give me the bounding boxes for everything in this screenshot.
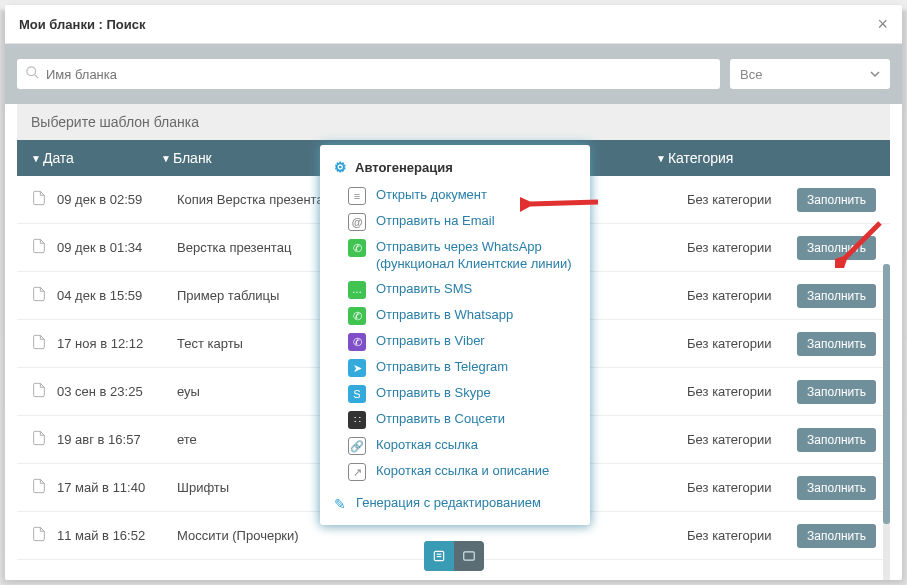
annotation-arrow-1 [520,190,600,220]
sms-icon: … [348,281,366,299]
cell-category: Без категории [687,384,797,399]
skype-icon: S [348,385,366,403]
svg-point-0 [27,67,36,76]
menu-generate-edit[interactable]: ✎ Генерация с редактированием [320,491,590,517]
pencil-icon: ✎ [334,495,346,513]
cell-category: Без категории [687,336,797,351]
modal-header: Мои бланки : Поиск × [5,5,902,44]
search-bar: Все [5,44,902,104]
bottom-toolbar [424,541,484,571]
modal-title: Мои бланки : Поиск [19,17,145,32]
menu-send-wa-func[interactable]: ✆ Отправить через WhatsApp (функционал К… [320,235,590,277]
close-icon[interactable]: × [877,15,888,33]
document-icon [31,430,47,450]
document-icon: ≡ [348,187,366,205]
category-selected-label: Все [740,67,762,82]
document-icon [31,190,47,210]
telegram-icon: ➤ [348,359,366,377]
menu-short-link[interactable]: 🔗 Короткая ссылка [320,433,590,459]
svg-line-3 [845,223,880,258]
document-icon [31,334,47,354]
link-icon: 🔗 [348,437,366,455]
svg-rect-7 [463,552,474,560]
cell-date: 19 авг в 16:57 [57,432,177,447]
cell-date: 17 май в 11:40 [57,480,177,495]
whatsapp-icon: ✆ [348,307,366,325]
menu-send-social[interactable]: ∷ Отправить в Соцсети [320,407,590,433]
fill-button[interactable]: Заполнить [797,188,876,212]
view-grid-button[interactable] [454,541,484,571]
viber-icon: ✆ [348,333,366,351]
chevron-down-icon [870,67,880,82]
cell-category: Без категории [687,480,797,495]
fill-button[interactable]: Заполнить [797,428,876,452]
cell-date: 09 дек в 01:34 [57,240,177,255]
fill-button[interactable]: Заполнить [797,524,876,548]
sort-desc-icon: ▼ [161,153,171,164]
search-icon [25,65,40,83]
fill-button[interactable]: Заполнить [797,284,876,308]
search-input[interactable] [46,59,712,89]
document-icon [31,526,47,546]
cell-category: Без категории [687,528,797,543]
fill-button[interactable]: Заполнить [797,332,876,356]
section-header: Выберите шаблон бланка [17,104,890,140]
cell-date: 09 дек в 02:59 [57,192,177,207]
cell-date: 11 май в 16:52 [57,528,177,543]
document-icon [31,238,47,258]
cell-date: 04 дек в 15:59 [57,288,177,303]
fill-button[interactable]: Заполнить [797,476,876,500]
gear-icon: ⚙ [334,159,347,175]
document-icon [31,382,47,402]
column-header-category[interactable]: ▼Категория [656,150,876,166]
cell-category: Без категории [687,240,797,255]
menu-send-sms[interactable]: … Отправить SMS [320,277,590,303]
document-icon [31,478,47,498]
svg-line-2 [530,202,598,204]
category-select[interactable]: Все [730,59,890,89]
document-icon [31,286,47,306]
view-list-button[interactable] [424,541,454,571]
sort-desc-icon: ▼ [656,153,666,164]
cell-category: Без категории [687,432,797,447]
search-input-wrapper[interactable] [17,59,720,89]
menu-send-skype[interactable]: S Отправить в Skype [320,381,590,407]
sort-desc-icon: ▼ [31,153,41,164]
scrollbar-thumb[interactable] [883,264,890,524]
email-icon: @ [348,213,366,231]
context-menu-header: ⚙ Автогенерация [320,155,590,183]
fill-button[interactable]: Заполнить [797,380,876,404]
svg-line-1 [34,74,38,78]
cell-category: Без категории [687,192,797,207]
cell-date: 03 сен в 23:25 [57,384,177,399]
annotation-arrow-2 [835,218,885,268]
social-icon: ∷ [348,411,366,429]
menu-send-whatsapp[interactable]: ✆ Отправить в Whatsapp [320,303,590,329]
menu-send-telegram[interactable]: ➤ Отправить в Telegram [320,355,590,381]
cell-date: 17 ноя в 12:12 [57,336,177,351]
menu-short-link-desc[interactable]: ↗ Короткая ссылка и описание [320,459,590,485]
cell-category: Без категории [687,288,797,303]
column-header-date[interactable]: ▼Дата [31,150,161,166]
link-desc-icon: ↗ [348,463,366,481]
scrollbar[interactable] [883,264,890,580]
whatsapp-icon: ✆ [348,239,366,257]
menu-send-viber[interactable]: ✆ Отправить в Viber [320,329,590,355]
